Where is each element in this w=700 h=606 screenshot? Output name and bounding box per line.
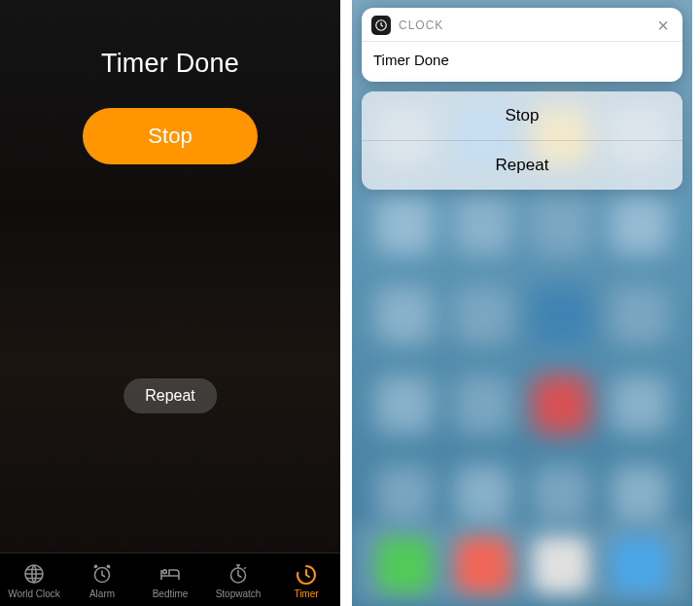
notification-header: CLOCK × [362, 8, 682, 41]
tab-label: Timer [294, 588, 318, 599]
notification-message: Timer Done [362, 42, 682, 82]
bed-icon [158, 561, 182, 587]
dock-blurred [352, 523, 692, 606]
tab-label: Alarm [89, 588, 115, 599]
close-icon[interactable]: × [653, 16, 673, 35]
timer-icon [295, 561, 318, 587]
tab-label: Bedtime [153, 588, 189, 599]
svg-point-3 [107, 564, 111, 568]
home-screen-notification: CLOCK × Timer Done Stop Repeat [352, 0, 692, 606]
notification-3d-touch: CLOCK × Timer Done Stop Repeat [362, 8, 682, 190]
stop-button[interactable]: Stop [83, 108, 258, 164]
tab-label: Stopwatch [216, 588, 262, 599]
repeat-button[interactable]: Repeat [123, 378, 217, 413]
stopwatch-icon [227, 561, 250, 587]
tab-bedtime[interactable]: Bedtime [136, 561, 204, 599]
tab-timer[interactable]: Timer [272, 561, 340, 599]
notification-card[interactable]: CLOCK × Timer Done [362, 8, 682, 82]
notification-actions: Stop Repeat [362, 91, 682, 190]
notification-app-name: CLOCK [399, 18, 646, 32]
tab-label: World Clock [8, 588, 60, 599]
tab-bar: World Clock Alarm Bedtime [0, 553, 340, 606]
timer-done-title: Timer Done [101, 49, 239, 79]
clock-app-screen: Timer Done Stop Repeat World Clock [0, 0, 340, 606]
notification-stop-button[interactable]: Stop [362, 91, 682, 140]
tab-alarm[interactable]: Alarm [68, 561, 136, 599]
notification-repeat-button[interactable]: Repeat [362, 140, 682, 190]
alarm-icon [90, 561, 114, 587]
tab-stopwatch[interactable]: Stopwatch [204, 561, 272, 599]
globe-icon [22, 561, 46, 587]
timer-done-panel: Timer Done Stop [0, 0, 340, 553]
tab-world-clock[interactable]: World Clock [0, 561, 68, 599]
clock-app-icon [371, 16, 391, 35]
svg-point-2 [94, 564, 98, 568]
